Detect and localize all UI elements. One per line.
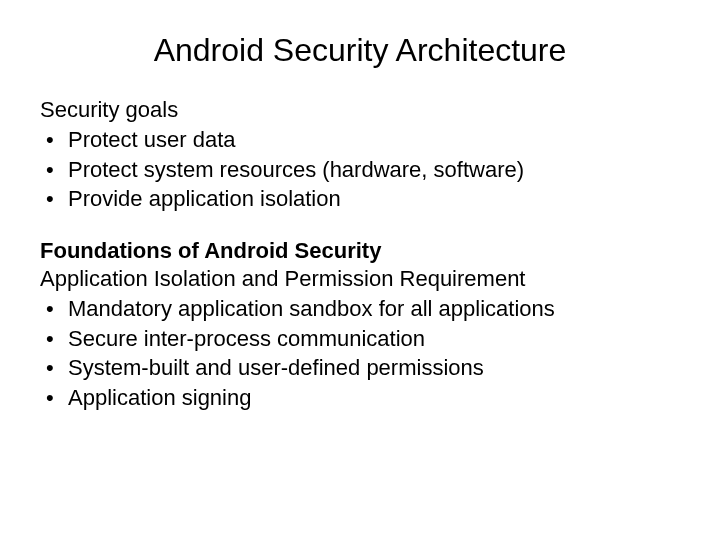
list-item: Protect system resources (hardware, soft… <box>40 155 680 185</box>
section2-heading: Foundations of Android Security <box>40 238 680 264</box>
list-item: Secure inter-process communication <box>40 324 680 354</box>
section1-heading: Security goals <box>40 97 680 123</box>
slide-title: Android Security Architecture <box>40 32 680 69</box>
section1-bullet-list: Protect user data Protect system resourc… <box>40 125 680 214</box>
list-item: Application signing <box>40 383 680 413</box>
list-item: Protect user data <box>40 125 680 155</box>
list-item: System-built and user-defined permission… <box>40 353 680 383</box>
section2-subheading: Application Isolation and Permission Req… <box>40 266 680 292</box>
list-item: Provide application isolation <box>40 184 680 214</box>
list-item: Mandatory application sandbox for all ap… <box>40 294 680 324</box>
section2-bullet-list: Mandatory application sandbox for all ap… <box>40 294 680 413</box>
